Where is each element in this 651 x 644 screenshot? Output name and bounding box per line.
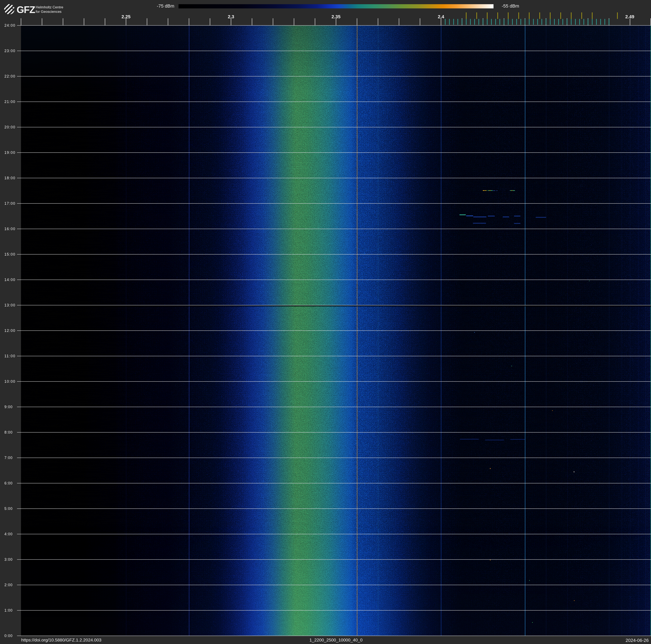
- svg-text:13:00: 13:00: [4, 303, 15, 307]
- svg-text:2.4: 2.4: [438, 14, 444, 19]
- svg-text:24:00: 24:00: [4, 23, 15, 28]
- svg-text:19:00: 19:00: [4, 150, 15, 155]
- svg-text:22:00: 22:00: [4, 74, 15, 79]
- svg-text:15:00: 15:00: [4, 252, 15, 257]
- svg-text:23:00: 23:00: [4, 49, 15, 53]
- svg-text:5:00: 5:00: [4, 506, 12, 511]
- svg-text:0:00: 0:00: [4, 634, 12, 638]
- svg-text:1:00: 1:00: [4, 608, 12, 612]
- svg-text:14:00: 14:00: [4, 277, 15, 282]
- svg-text:20:00: 20:00: [4, 125, 15, 129]
- svg-text:16:00: 16:00: [4, 227, 15, 231]
- svg-text:1_2200_2500_10000_40_0: 1_2200_2500_10000_40_0: [310, 638, 363, 643]
- svg-text:10:00: 10:00: [4, 379, 15, 384]
- svg-text:https://doi.org/10.5880/GFZ.1.: https://doi.org/10.5880/GFZ.1.2.2024.003: [21, 638, 101, 642]
- svg-text:17:00: 17:00: [4, 201, 15, 206]
- svg-text:-75 dBm: -75 dBm: [157, 3, 174, 9]
- svg-text:4:00: 4:00: [4, 532, 12, 536]
- svg-text:2.25: 2.25: [122, 14, 131, 19]
- svg-text:2.49: 2.49: [625, 14, 634, 19]
- svg-text:Helmholtz Centre: Helmholtz Centre: [36, 5, 63, 9]
- svg-text:21:00: 21:00: [4, 99, 15, 104]
- svg-text:12:00: 12:00: [4, 328, 15, 333]
- svg-text:-55 dBm: -55 dBm: [502, 3, 519, 9]
- svg-text:9:00: 9:00: [4, 405, 12, 409]
- svg-text:11:00: 11:00: [4, 354, 15, 358]
- svg-text:2.35: 2.35: [332, 14, 341, 19]
- svg-text:2.3: 2.3: [228, 14, 235, 19]
- svg-text:18:00: 18:00: [4, 176, 15, 180]
- svg-text:6:00: 6:00: [4, 481, 12, 485]
- svg-text:3:00: 3:00: [4, 557, 12, 562]
- svg-text:GFZ: GFZ: [17, 4, 35, 15]
- svg-text:8:00: 8:00: [4, 430, 12, 435]
- svg-text:2024-06-26: 2024-06-26: [626, 638, 649, 643]
- svg-text:2:00: 2:00: [4, 583, 12, 587]
- svg-text:7:00: 7:00: [4, 456, 12, 460]
- svg-text:for Geosciences: for Geosciences: [36, 10, 62, 14]
